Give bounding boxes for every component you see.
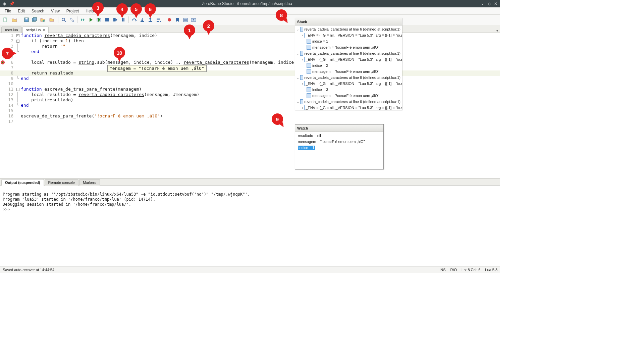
toolbar bbox=[0, 15, 500, 25]
status-ins: INS bbox=[439, 268, 445, 272]
var-icon bbox=[307, 63, 311, 68]
app-menu-icon[interactable]: ◆ bbox=[2, 1, 7, 6]
replace-icon[interactable] bbox=[68, 16, 75, 23]
new-file-icon[interactable] bbox=[2, 16, 9, 23]
callout-8: 8 bbox=[276, 9, 287, 21]
var-icon bbox=[304, 81, 305, 86]
project-dir-icon[interactable] bbox=[39, 16, 46, 23]
stack-frame-icon bbox=[300, 51, 304, 56]
stack-frame-icon bbox=[300, 75, 304, 80]
tab-output[interactable]: Output (suspended) bbox=[1, 179, 44, 186]
callout-4: 4 bbox=[116, 3, 128, 15]
stack-frame-icon bbox=[300, 99, 304, 104]
tree-toggle-icon[interactable]: › bbox=[302, 34, 303, 37]
var-icon bbox=[307, 93, 311, 98]
hover-tooltip: mensagem = "!ocnarF é emon uem ,álO" bbox=[107, 65, 207, 72]
breakpoint-marker[interactable] bbox=[1, 60, 5, 64]
watch-panel-title[interactable]: Watch bbox=[295, 124, 383, 132]
stop-icon[interactable] bbox=[104, 16, 110, 23]
var-icon bbox=[307, 87, 311, 92]
var-icon bbox=[307, 39, 311, 44]
pause-continue-icon[interactable] bbox=[112, 16, 118, 23]
stack-view-icon[interactable] bbox=[182, 16, 189, 23]
tabs-dropdown-icon[interactable]: ▾ bbox=[496, 29, 498, 33]
callout-5: 5 bbox=[130, 3, 142, 15]
watch-view-icon[interactable] bbox=[190, 16, 197, 23]
var-icon bbox=[307, 45, 311, 50]
tab-remote-console[interactable]: Remote console bbox=[45, 179, 79, 186]
menu-view[interactable]: View bbox=[48, 8, 63, 14]
debug-icon[interactable] bbox=[96, 16, 102, 23]
run-to-cursor-icon[interactable] bbox=[155, 16, 162, 23]
status-message: Saved auto-recover at 14:44:54. bbox=[3, 268, 55, 272]
svg-rect-13 bbox=[123, 18, 124, 21]
tree-toggle-icon[interactable]: ⌵ bbox=[297, 76, 299, 80]
open-file-icon[interactable] bbox=[10, 16, 19, 23]
toggle-bookmark-icon[interactable] bbox=[174, 16, 181, 23]
svg-point-5 bbox=[43, 20, 45, 22]
output-console[interactable]: Program starting as '"/opt/zbstudio/bin/… bbox=[0, 186, 500, 266]
svg-point-6 bbox=[62, 18, 65, 21]
minimize-button[interactable]: ∨ bbox=[480, 1, 485, 6]
svg-rect-17 bbox=[183, 18, 187, 19]
callout-7: 7 bbox=[2, 48, 13, 59]
tree-toggle-icon[interactable]: › bbox=[302, 106, 303, 110]
var-icon bbox=[304, 57, 305, 62]
menu-edit[interactable]: Edit bbox=[14, 8, 28, 14]
svg-point-16 bbox=[168, 18, 171, 21]
svg-rect-4 bbox=[33, 17, 37, 21]
console-prompt: >>> bbox=[3, 207, 10, 212]
var-icon bbox=[304, 105, 305, 110]
tree-toggle-icon[interactable]: › bbox=[302, 82, 303, 86]
window-title: ZeroBrane Studio - /home/franco/tmp/lua/… bbox=[14, 1, 480, 6]
svg-rect-18 bbox=[183, 19, 187, 20]
status-position: Ln: 8 Col: 6 bbox=[462, 268, 480, 272]
menu-search[interactable]: Search bbox=[28, 8, 48, 14]
close-tab-icon[interactable]: × bbox=[43, 28, 45, 32]
save-icon[interactable] bbox=[23, 16, 30, 23]
watch-panel[interactable]: Watch resultado = nil mensagem = "!ocnar… bbox=[295, 124, 384, 169]
svg-rect-19 bbox=[183, 21, 187, 22]
recent-projects-icon[interactable] bbox=[47, 16, 56, 23]
output-tabs: Output (suspended) Remote console Marker… bbox=[0, 178, 500, 186]
close-button[interactable]: ✕ bbox=[493, 1, 498, 6]
watch-indice[interactable]: indice = 1 bbox=[298, 146, 315, 150]
svg-rect-15 bbox=[149, 21, 152, 22]
stack-panel-title[interactable]: Stack bbox=[295, 18, 402, 26]
watch-resultado[interactable]: resultado = nil bbox=[298, 134, 321, 138]
svg-rect-10 bbox=[105, 18, 109, 21]
menu-project[interactable]: Project bbox=[63, 8, 82, 14]
callout-1: 1 bbox=[184, 24, 195, 36]
status-ro: R/O bbox=[450, 268, 457, 272]
find-icon[interactable] bbox=[60, 16, 67, 23]
tree-toggle-icon[interactable]: ⌵ bbox=[297, 100, 299, 104]
code-editor[interactable]: 1−function reverta_cadeia_caracteres(men… bbox=[0, 33, 500, 178]
run-icon[interactable] bbox=[88, 16, 94, 23]
callout-2: 2 bbox=[203, 20, 214, 32]
step-into-icon[interactable] bbox=[139, 16, 146, 23]
editor-tabs: user.lua script.lua× ▾ bbox=[0, 25, 500, 33]
menu-file[interactable]: File bbox=[1, 8, 14, 14]
statusbar: Saved auto-recover at 14:44:54. INS R/O … bbox=[0, 266, 500, 273]
run-fast-icon[interactable] bbox=[79, 16, 86, 23]
pin-icon[interactable]: 📌 bbox=[9, 1, 14, 6]
callout-6: 6 bbox=[145, 3, 156, 15]
callout-10: 10 bbox=[114, 47, 125, 58]
svg-rect-11 bbox=[113, 18, 115, 21]
callout-3: 3 bbox=[92, 2, 104, 13]
tree-toggle-icon[interactable]: ⌵ bbox=[297, 28, 299, 31]
watch-mensagem[interactable]: mensagem = "!ocnarF é emon uem ,álO" bbox=[298, 140, 365, 144]
tab-markers[interactable]: Markers bbox=[79, 179, 100, 186]
tab-script[interactable]: script.lua× bbox=[22, 27, 49, 33]
stack-frame-icon bbox=[300, 27, 304, 32]
var-icon bbox=[307, 69, 311, 74]
tree-toggle-icon[interactable]: ⌵ bbox=[297, 52, 299, 55]
toggle-breakpoint-icon[interactable] bbox=[166, 16, 173, 23]
save-all-icon[interactable] bbox=[31, 16, 38, 23]
maximize-button[interactable]: ◇ bbox=[487, 1, 491, 6]
tab-user[interactable]: user.lua bbox=[1, 27, 22, 33]
menubar: File Edit Search View Project Help bbox=[0, 7, 500, 15]
titlebar: ◆ 📌 ZeroBrane Studio - /home/franco/tmp/… bbox=[0, 0, 500, 7]
stack-panel[interactable]: Stack ⌵reverta_cadeia_caracteres at line… bbox=[295, 18, 402, 110]
tree-toggle-icon[interactable]: › bbox=[302, 58, 303, 61]
